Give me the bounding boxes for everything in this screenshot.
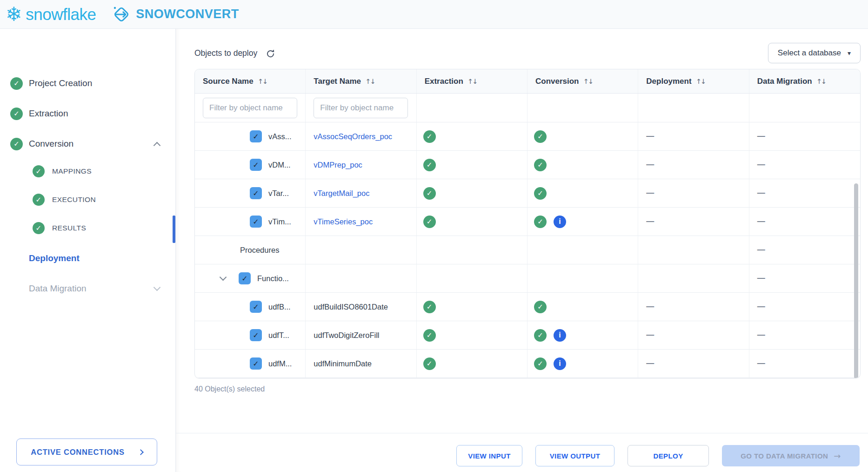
data-migration-status: — — [749, 293, 860, 321]
sidebar-item-execution[interactable]: ✓ EXECUTION — [0, 191, 175, 209]
caret-down-icon: ▾ — [848, 49, 851, 57]
deployment-status: — — [638, 321, 749, 349]
data-migration-status: — — [749, 321, 860, 349]
sort-icon[interactable]: ↑↓ — [467, 78, 477, 85]
sidebar-item-data-migration[interactable]: Data Migration — [0, 280, 175, 297]
success-check-icon: ✓ — [534, 357, 547, 370]
sort-icon[interactable]: ↑↓ — [258, 78, 267, 85]
active-step-indicator — [173, 216, 175, 243]
sidebar-item-deployment[interactable]: Deployment — [0, 249, 175, 267]
chevron-down-icon[interactable] — [220, 274, 227, 281]
sidebar-item-label: RESULTS — [52, 224, 86, 232]
sort-icon[interactable]: ↑↓ — [365, 78, 374, 85]
deployment-status: — — [638, 350, 749, 378]
chevron-up-icon[interactable] — [154, 142, 161, 149]
objects-table: Source Name ↑↓ Target Name ↑↓ Extraction… — [194, 69, 861, 378]
group-checkbox[interactable]: ✓ — [239, 272, 251, 284]
column-header-conversion[interactable]: Conversion ↑↓ — [527, 69, 638, 93]
sidebar-item-label: Conversion — [29, 139, 73, 149]
refresh-icon[interactable] — [266, 49, 275, 59]
deployment-status: — — [638, 122, 749, 150]
sidebar-item-project-creation[interactable]: ✓ Project Creation — [0, 74, 175, 92]
brand-name: snowflake — [26, 5, 96, 24]
row-checkbox[interactable]: ✓ — [250, 216, 262, 228]
active-connections-button[interactable]: ACTIVE CONNECTIONS — [16, 438, 157, 465]
sort-icon[interactable]: ↑↓ — [696, 78, 705, 85]
target-name-link[interactable]: vAssocSeqOrders_poc — [314, 132, 392, 141]
success-check-icon: ✓ — [423, 357, 436, 370]
database-selector[interactable]: Select a database ▾ — [768, 43, 861, 63]
table-row: ✓udfB... udfBuildISO8601Date ✓ ✓ — — — [195, 293, 860, 321]
target-name: udfMinimumDate — [314, 359, 372, 368]
row-checkbox[interactable]: ✓ — [250, 329, 262, 341]
deployment-status: — — [638, 151, 749, 179]
snowflake-logo: ❄ snowflake — [6, 5, 96, 24]
data-migration-status: — — [749, 350, 860, 378]
sidebar-item-conversion[interactable]: ✓ Conversion — [0, 135, 175, 153]
target-name-link[interactable]: vDMPrep_poc — [314, 161, 362, 169]
database-selector-label: Select a database — [778, 48, 841, 58]
chevron-down-icon — [154, 284, 161, 291]
footer-divider — [176, 433, 868, 433]
deployment-status: — — [638, 208, 749, 236]
target-name-link[interactable]: vTargetMail_poc — [314, 189, 369, 198]
row-checkbox[interactable]: ✓ — [250, 357, 262, 370]
check-circle-icon: ✓ — [10, 77, 23, 90]
row-checkbox[interactable]: ✓ — [250, 130, 262, 142]
column-header-source-name[interactable]: Source Name ↑↓ — [195, 69, 306, 93]
sidebar-item-label: Data Migration — [29, 283, 87, 294]
info-icon[interactable]: i — [554, 357, 566, 370]
row-checkbox[interactable]: ✓ — [250, 301, 262, 313]
source-name: vTar... — [268, 189, 289, 198]
selected-count-note: 40 Object(s) selected — [194, 385, 868, 393]
active-connections-label: ACTIVE CONNECTIONS — [31, 448, 124, 457]
table-scrollbar[interactable] — [854, 183, 858, 378]
sidebar-item-results[interactable]: ✓ RESULTS — [0, 219, 175, 237]
success-check-icon: ✓ — [534, 216, 547, 228]
info-icon[interactable]: i — [554, 216, 566, 228]
chevron-right-icon — [138, 449, 144, 455]
column-header-data-migration[interactable]: Data Migration ↑↓ — [749, 69, 860, 93]
success-check-icon: ✓ — [534, 301, 547, 313]
data-migration-status: — — [749, 122, 860, 150]
snowconvert-icon — [112, 5, 131, 24]
sort-icon[interactable]: ↑↓ — [816, 78, 826, 85]
target-name-filter-input[interactable] — [314, 98, 408, 118]
row-checkbox[interactable]: ✓ — [250, 187, 262, 199]
column-header-deployment[interactable]: Deployment ↑↓ — [638, 69, 749, 93]
table-row: ✓vTar... vTargetMail_poc ✓ ✓ — — — [195, 179, 860, 208]
deployment-status: — — [638, 179, 749, 207]
row-checkbox[interactable]: ✓ — [250, 159, 262, 171]
check-circle-icon: ✓ — [33, 222, 45, 234]
table-row: ✓udfM... udfMinimumDate ✓ ✓i — — — [195, 350, 860, 378]
go-to-data-migration-button[interactable]: GO TO DATA MIGRATION → — [722, 445, 860, 466]
success-check-icon: ✓ — [534, 187, 547, 200]
sort-icon[interactable]: ↑↓ — [583, 78, 593, 85]
table-row: ✓vDM... vDMPrep_poc ✓ ✓ — — — [195, 151, 860, 179]
sidebar-item-label: MAPPINGS — [52, 167, 92, 175]
deployment-status — [638, 264, 749, 292]
target-name-link[interactable]: vTimeSeries_poc — [314, 217, 373, 226]
sidebar-item-mappings[interactable]: ✓ MAPPINGS — [0, 162, 175, 180]
group-label: Procedures — [240, 246, 279, 255]
check-circle-icon: ✓ — [10, 138, 23, 150]
sidebar: ✓ Project Creation ✓ Extraction ✓ Conver… — [0, 29, 176, 472]
sidebar-item-label: Project Creation — [29, 78, 92, 88]
view-input-button[interactable]: VIEW INPUT — [456, 445, 522, 466]
column-header-target-name[interactable]: Target Name ↑↓ — [306, 69, 416, 93]
arrow-right-icon: → — [834, 451, 841, 461]
source-name: vAss... — [268, 132, 292, 141]
data-migration-status: — — [749, 208, 860, 236]
data-migration-status: — — [749, 151, 860, 179]
source-name-filter-input[interactable] — [203, 98, 297, 118]
success-check-icon: ✓ — [534, 130, 547, 143]
success-check-icon: ✓ — [423, 159, 436, 171]
check-circle-icon: ✓ — [10, 108, 23, 120]
column-header-extraction[interactable]: Extraction ↑↓ — [417, 69, 527, 93]
view-output-button[interactable]: VIEW OUTPUT — [535, 445, 614, 466]
sidebar-item-extraction[interactable]: ✓ Extraction — [0, 105, 175, 122]
success-check-icon: ✓ — [423, 130, 436, 143]
info-icon[interactable]: i — [554, 329, 566, 342]
table-row-group-label: Procedures — — [195, 236, 860, 264]
deploy-button[interactable]: DEPLOY — [628, 445, 709, 466]
